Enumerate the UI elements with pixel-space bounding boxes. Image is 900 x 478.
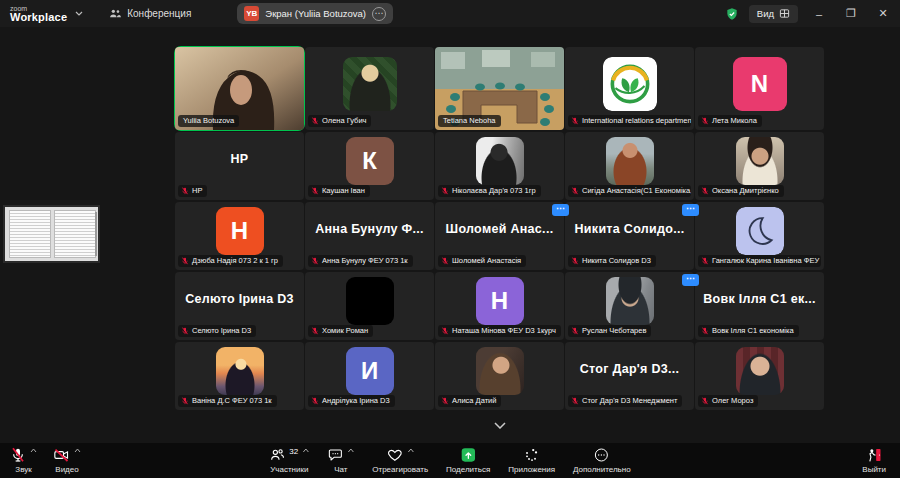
participant-name-label: Ніколаєва Дар'я 073 1гр [438, 185, 541, 197]
mic-muted-icon [441, 327, 449, 335]
chevron-up-icon[interactable] [74, 448, 81, 453]
share-screen-button[interactable]: Поделиться [446, 447, 490, 474]
close-button[interactable]: ✕ [872, 7, 894, 20]
participant-name: Стог Дар'я D3 Менеджмент [582, 396, 677, 405]
tab-screen-share-label: Экран (Yuliia Botuzova) [265, 8, 366, 19]
participant-tile[interactable]: Хомик Роман [305, 272, 434, 340]
participant-tile[interactable]: Олена Губич [305, 47, 434, 130]
participant-tile[interactable]: ИАндрілука Ірина D3 [305, 342, 434, 410]
meeting-people-icon [109, 7, 122, 20]
participant-tile[interactable]: Стог Дар'я D3...Стог Дар'я D3 Менеджмент [565, 342, 694, 410]
notification-badge[interactable]: ⋯ [682, 204, 699, 216]
zoom-workplace-logo[interactable]: zoom Workplace [10, 5, 67, 23]
share-screen-button-label: Поделиться [446, 465, 490, 474]
layout-grid-icon [779, 8, 790, 19]
participant-tile[interactable]: HPHP [175, 132, 304, 200]
maximize-button[interactable]: ❐ [840, 7, 862, 20]
minimize-button[interactable]: – [808, 8, 830, 20]
mic-muted-icon [701, 397, 709, 405]
avatar [606, 137, 654, 185]
mic-muted-icon [441, 257, 449, 265]
participant-name-label: Шоломей Анастасія [438, 255, 526, 267]
participant-tile[interactable]: ККаушан Іван [305, 132, 434, 200]
chevron-down-icon[interactable] [75, 11, 83, 16]
participant-name: Yuliia Botuzova [183, 116, 234, 125]
shared-document-thumbnail[interactable] [3, 205, 100, 263]
participant-name-label: Вовк Ілля С1 економіка [698, 325, 799, 337]
participant-tile[interactable]: Олег Мороз [695, 342, 824, 410]
mic-muted-icon [571, 397, 579, 405]
audio-button[interactable]: Звук [10, 447, 37, 474]
tab-screen-share[interactable]: YB Экран (Yuliia Botuzova) ⋯ [237, 3, 393, 24]
chevron-up-icon[interactable] [347, 448, 354, 453]
participant-name-large: Анна Бунулу Ф... [309, 222, 430, 236]
apps-button[interactable]: Приложения [508, 447, 555, 474]
chevron-up-icon[interactable] [302, 448, 309, 453]
participant-tile[interactable]: Tetiana Neboha [435, 47, 564, 130]
participant-tile[interactable]: Руслан Чеботарев⋯ [565, 272, 694, 340]
chevron-up-icon[interactable] [407, 448, 414, 453]
security-shield-icon[interactable] [725, 7, 739, 21]
participant-tile[interactable]: Алиса Датий [435, 342, 564, 410]
participant-name: Анна Бунулу ФЕУ 073 1к [322, 256, 408, 265]
participants-button-label: Участники [270, 465, 308, 474]
view-button[interactable]: Вид [749, 5, 798, 23]
participant-tile[interactable]: Ніколаєва Дар'я 073 1гр [435, 132, 564, 200]
tab-options-icon[interactable]: ⋯ [372, 7, 386, 21]
participant-name: Вовк Ілля С1 економіка [712, 326, 794, 335]
participant-name: Шоломей Анастасія [452, 256, 521, 265]
leave-button-label: Выйти [862, 465, 886, 474]
participant-name-label: Tetiana Neboha [438, 115, 501, 127]
participant-tile[interactable]: Yuliia Botuzova [175, 47, 304, 130]
participant-tile[interactable]: Никита Солидо...Никита Солидов D3⋯ [565, 202, 694, 270]
participant-tile[interactable]: NЛета Микола [695, 47, 824, 130]
video-button[interactable]: Видео [53, 447, 81, 474]
participant-name-large: Шоломей Анас... [439, 222, 560, 236]
participant-name: Лета Микола [712, 116, 757, 125]
avatar [736, 207, 784, 255]
view-button-label: Вид [757, 8, 774, 19]
participant-name: International relations department [582, 116, 691, 125]
react-button[interactable]: Отреагировать [372, 447, 428, 474]
participants-button[interactable]: 32 Участники [269, 447, 309, 474]
participant-name: Наташа Мінова ФЕУ D3 1курч [452, 326, 556, 335]
participant-name-label: Yuliia Botuzova [178, 115, 239, 127]
tab-conference[interactable]: Конференция [109, 7, 191, 20]
video-button-label: Видео [55, 465, 78, 474]
participant-name: Олена Губич [322, 116, 366, 125]
participant-name: Tetiana Neboha [443, 116, 496, 125]
participant-tile[interactable]: Селюто Ірина D3Селюто Ірина D3 [175, 272, 304, 340]
participant-name-label: Алиса Датий [438, 395, 501, 407]
leave-button[interactable]: Выйти [862, 447, 886, 474]
participant-tile[interactable]: НДзюба Надія 073 2 к 1 гр [175, 202, 304, 270]
meeting-stage: Yuliia BotuzovaОлена ГубичTetiana Neboha… [0, 27, 900, 443]
scroll-down-button[interactable] [487, 417, 513, 433]
avatar: Н [476, 277, 524, 325]
participant-tile[interactable]: Вовк Ілля С1 ек...Вовк Ілля С1 економіка [695, 272, 824, 340]
participant-name: Никита Солидов D3 [582, 256, 651, 265]
participant-tile[interactable]: ННаташа Мінова ФЕУ D3 1курч [435, 272, 564, 340]
participant-tile[interactable]: Шоломей Анас...Шоломей Анастасія⋯ [435, 202, 564, 270]
participant-name: Оксана Дмитрієнко [712, 186, 779, 195]
notification-badge[interactable]: ⋯ [682, 274, 699, 286]
participant-tile[interactable]: International relations department [565, 47, 694, 130]
participant-tile[interactable]: Анна Бунулу Ф...Анна Бунулу ФЕУ 073 1к [305, 202, 434, 270]
more-ellipsis-icon [594, 447, 610, 463]
chevron-up-icon[interactable] [30, 448, 37, 453]
more-button[interactable]: Дополнительно [573, 447, 631, 474]
participant-name: Гангалюк Карина Іванівна ФЕУ D [712, 256, 821, 265]
participant-tile[interactable]: Гангалюк Карина Іванівна ФЕУ D [695, 202, 824, 270]
chat-button[interactable]: Чат [327, 447, 354, 474]
participant-tile[interactable]: Сигіда Анастасія(С1 Економіка,1 [565, 132, 694, 200]
mic-muted-icon [311, 397, 319, 405]
more-button-label: Дополнительно [573, 465, 631, 474]
tab-conference-label: Конференция [127, 8, 191, 19]
participant-name-label: Лета Микола [698, 115, 762, 127]
participant-name: Селюто Ірина D3 [192, 326, 251, 335]
mic-muted-icon [571, 187, 579, 195]
participant-tile[interactable]: Ваніна Д.С ФЕУ 073 1к [175, 342, 304, 410]
participant-name-label: Дзюба Надія 073 2 к 1 гр [178, 255, 283, 267]
notification-badge[interactable]: ⋯ [552, 204, 569, 216]
participant-name-label: Сигіда Анастасія(С1 Економіка,1 [568, 185, 691, 197]
participant-tile[interactable]: Оксана Дмитрієнко [695, 132, 824, 200]
